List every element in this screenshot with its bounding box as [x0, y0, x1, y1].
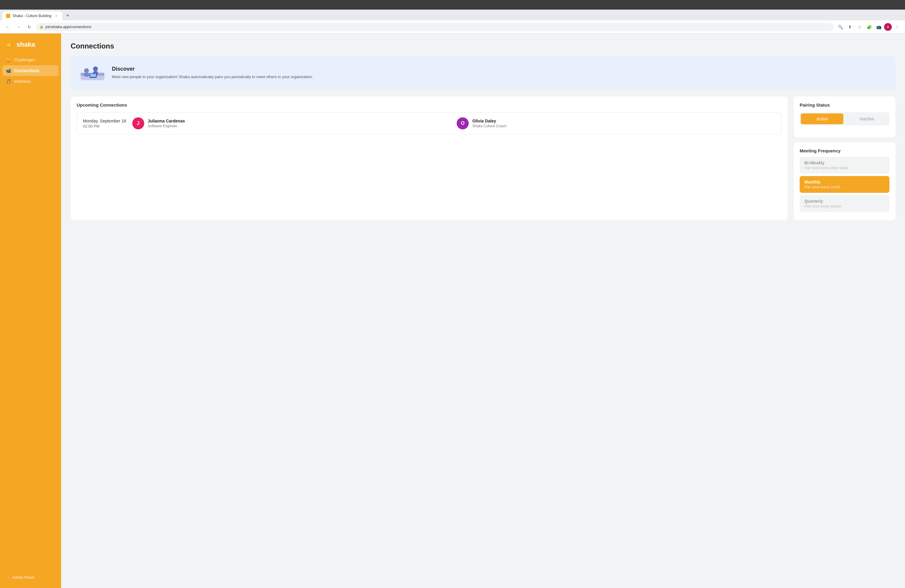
tab-favicon: 🤙	[6, 14, 10, 18]
person1-role: Software Engineer	[148, 124, 185, 128]
content-grid: Upcoming Connections Monday, September 1…	[71, 96, 895, 220]
app-container: 🤙 shaka 🏆 Challenges 📹 Connections 🎵 Wel…	[0, 33, 905, 588]
logo-text: shaka	[16, 41, 35, 49]
discover-title: Discover	[112, 66, 313, 72]
right-panel: Pairing Status Active Inactive Meeting F…	[794, 96, 895, 220]
sidebar-item-wellness[interactable]: 🎵 Wellness	[0, 76, 61, 87]
biweekly-name: Bi-Weekly	[805, 161, 884, 165]
pairing-status-title: Pairing Status	[800, 102, 889, 108]
share-button[interactable]: ⬆	[846, 23, 854, 31]
reload-button[interactable]: ↻	[25, 23, 33, 31]
extensions-button[interactable]: 🧩	[865, 23, 873, 31]
challenges-icon: 🏆	[6, 57, 11, 62]
new-tab-button[interactable]: +	[64, 11, 72, 20]
discover-banner: Discover Meet new people in your organiz…	[71, 56, 895, 89]
person2-name: Olivia Daley	[472, 119, 506, 123]
forward-button[interactable]: →	[14, 23, 23, 31]
profile-button[interactable]: A	[884, 23, 892, 31]
biweekly-desc: Pair once every other week	[805, 166, 884, 170]
url-text: joinshaka.app/connections	[46, 25, 91, 29]
person1-initial: J	[137, 121, 140, 126]
address-bar[interactable]: 🔒 joinshaka.app/connections	[36, 23, 834, 31]
toolbar-actions: 🔍 ⬆ ☆ 🧩 📺 A ⋮	[836, 23, 902, 31]
bookmark-button[interactable]: ☆	[855, 23, 864, 31]
connection-date: Monday, September 18 02:00 PM	[83, 119, 126, 129]
sidebar-item-connections[interactable]: 📹 Connections	[2, 65, 59, 76]
person2-avatar: O	[457, 118, 468, 129]
person1-avatar: J	[132, 118, 144, 129]
person1: J Julianna Cardenas Software Engineer	[132, 118, 451, 129]
connection-time-text: 02:00 PM	[83, 124, 126, 129]
svg-point-4	[93, 67, 98, 71]
person1-name: Julianna Cardenas	[148, 119, 185, 123]
admin-arrow-icon: →	[6, 575, 10, 580]
svg-rect-3	[84, 73, 89, 77]
quarterly-name: Quarterly	[805, 199, 884, 203]
connection-item: Monday, September 18 02:00 PM J Julianna…	[76, 112, 782, 134]
active-status-button[interactable]: Active	[801, 113, 843, 124]
monthly-name: Monthly	[805, 180, 884, 184]
sidebar-item-label-connections: Connections	[14, 68, 40, 73]
svg-point-2	[84, 68, 89, 73]
lock-icon: 🔒	[40, 25, 44, 29]
person1-info: Julianna Cardenas Software Engineer	[148, 119, 185, 128]
connections-icon: 📹	[6, 68, 11, 73]
upcoming-connections-title: Upcoming Connections	[76, 102, 782, 108]
back-button[interactable]: ←	[3, 23, 12, 31]
menu-button[interactable]: ⋮	[893, 23, 902, 31]
page-title: Connections	[71, 42, 895, 50]
person2-role: Shaka Culture Coach	[472, 124, 506, 128]
person2-info: Olivia Daley Shaka Culture Coach	[472, 119, 506, 128]
main-content: Connections Discover Meet new people in …	[61, 33, 905, 588]
monthly-desc: Pair once every month	[805, 185, 884, 189]
discover-illustration	[79, 62, 106, 83]
browser-tabs: 🤙 Shaka - Culture Building × +	[0, 10, 905, 21]
inactive-status-button[interactable]: Inactive	[846, 113, 888, 124]
search-button[interactable]: 🔍	[836, 23, 845, 31]
sidebar-spacer	[0, 87, 61, 572]
person2-initial: O	[461, 121, 464, 126]
admin-link-label: Admin Panel	[12, 575, 35, 580]
pairing-status-buttons: Active Inactive	[800, 112, 889, 126]
meeting-frequency-title: Meeting Frequency	[800, 148, 889, 153]
quarterly-desc: Pair once every quarter	[805, 204, 884, 208]
sidebar-item-challenges[interactable]: 🏆 Challenges	[0, 54, 61, 65]
pairing-status-card: Pairing Status Active Inactive	[794, 96, 895, 137]
upcoming-connections-card: Upcoming Connections Monday, September 1…	[71, 96, 788, 220]
frequency-monthly[interactable]: Monthly Pair once every month	[800, 176, 889, 193]
sidebar: 🤙 shaka 🏆 Challenges 📹 Connections 🎵 Wel…	[0, 33, 61, 588]
person2: O Olivia Daley Shaka Culture Coach	[457, 118, 775, 129]
tab-title: Shaka - Culture Building	[13, 14, 51, 18]
logo: 🤙 shaka	[0, 38, 61, 54]
admin-panel-link[interactable]: → Admin Panel	[0, 572, 61, 583]
wellness-icon: 🎵	[6, 79, 11, 84]
frequency-quarterly[interactable]: Quarterly Pair once every quarter	[800, 195, 889, 212]
sidebar-item-label-wellness: Wellness	[14, 79, 31, 84]
sidebar-item-label-challenges: Challenges	[14, 57, 35, 62]
active-tab[interactable]: 🤙 Shaka - Culture Building ×	[2, 11, 62, 21]
browser-toolbar: ← → ↻ 🔒 joinshaka.app/connections 🔍 ⬆ ☆ …	[0, 21, 905, 33]
tab-close-button[interactable]: ×	[54, 13, 59, 18]
connection-date-text: Monday, September 18	[83, 119, 126, 123]
svg-rect-7	[90, 74, 96, 77]
browser-titlebar	[0, 0, 905, 10]
discover-description: Meet new people in your organization! Sh…	[112, 74, 313, 80]
cast-button[interactable]: 📺	[875, 23, 883, 31]
discover-text: Discover Meet new people in your organiz…	[112, 66, 313, 80]
frequency-biweekly[interactable]: Bi-Weekly Pair once every other week	[800, 157, 889, 174]
meeting-frequency-card: Meeting Frequency Bi-Weekly Pair once ev…	[794, 142, 895, 220]
logo-icon: 🤙	[6, 41, 14, 49]
